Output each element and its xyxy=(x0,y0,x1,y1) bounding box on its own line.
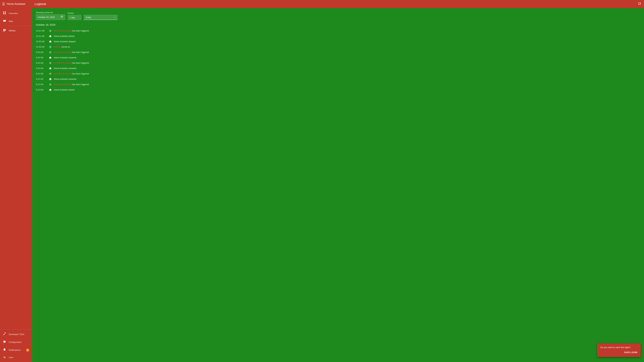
log-text: Home Assistant restarted xyxy=(54,67,76,69)
sidebar-item-history[interactable]: History xyxy=(0,27,32,34)
log-time: 9:24 AM xyxy=(36,72,47,75)
sidebar-divider xyxy=(0,26,32,26)
log-entries: 10:31 AM Set therm to startup has been t… xyxy=(36,28,640,92)
user-icon: U xyxy=(3,356,6,359)
log-link[interactable]: Set therm to startup xyxy=(54,83,72,86)
log-link[interactable]: Set therm to startup xyxy=(54,62,72,64)
log-text: Home Assistant started xyxy=(54,89,74,91)
home-assistant-icon xyxy=(48,34,52,38)
log-text: Home Assistant started xyxy=(54,35,74,37)
period-filter-group: Period 1 day xyxy=(68,12,81,20)
showing-entries-label: Showing entries for xyxy=(36,11,65,14)
filter-row: Showing entries for Period 1 day E xyxy=(36,11,640,20)
svg-rect-0 xyxy=(3,11,4,12)
menu-icon[interactable]: ☰ xyxy=(2,2,5,6)
home-assistant-icon xyxy=(48,88,52,92)
wrench-icon xyxy=(3,332,6,336)
log-entry-row: 9:23 AM Set therm to startup has been tr… xyxy=(36,82,640,87)
toast-actions: SAVE LOGIN xyxy=(600,351,637,354)
entity-placeholder: Entity xyxy=(86,16,91,18)
date-filter-group: Showing entries for xyxy=(36,11,65,20)
sidebar-header: ☰ Home Assistant xyxy=(0,0,32,8)
trigger-icon xyxy=(48,50,52,54)
map-icon xyxy=(3,19,6,23)
date-input[interactable] xyxy=(36,14,65,20)
content-area: Showing entries for Period 1 day E xyxy=(32,8,644,362)
entity-select[interactable]: Entity xyxy=(84,15,118,20)
save-login-button[interactable]: SAVE LOGIN xyxy=(624,351,637,354)
log-time: 10:30 AM xyxy=(36,40,47,43)
sidebar-item-label: Overview xyxy=(9,12,18,14)
home-assistant-icon xyxy=(48,66,52,70)
log-text: Set therm to startup has been triggered xyxy=(54,83,89,86)
log-entry-row: 9:24 AM Set therm to startup has been tr… xyxy=(36,71,640,76)
home-assistant-icon xyxy=(48,40,52,43)
log-link[interactable]: Set therm to startup xyxy=(54,51,72,53)
sidebar-item-label: History xyxy=(9,29,16,32)
period-label: Period xyxy=(68,12,81,14)
date-heading: October 19, 2019 xyxy=(36,23,640,26)
log-text: Home Assistant restarted xyxy=(54,78,76,80)
log-time: 10:31 AM xyxy=(36,35,47,37)
sidebar-item-configuration[interactable]: Configuration xyxy=(0,338,32,346)
topbar: Logbook xyxy=(32,0,644,8)
app-title: Home Assistant xyxy=(7,2,25,5)
log-link[interactable]: Set therm to startup xyxy=(54,30,72,32)
log-time: 9:26 AM xyxy=(36,62,47,64)
log-entry-row: 9:28 AM Home Assistant restarted xyxy=(36,55,640,60)
home-assistant-icon xyxy=(48,77,52,81)
sidebar-item-map[interactable]: Map xyxy=(0,17,32,25)
log-time: 9:28 AM xyxy=(36,56,47,59)
log-entry-row: 10:30 AM Home Assistant stopped xyxy=(36,39,640,44)
log-text: Set therm to startup has been triggered xyxy=(54,62,89,64)
log-time: 9:28 AM xyxy=(36,51,47,53)
log-entry-row: 10:28 AM Updater turned on xyxy=(36,44,640,50)
log-link[interactable]: Updater xyxy=(54,46,61,48)
calendar-icon[interactable] xyxy=(60,15,63,19)
log-entry-row: 9:24 AM Home Assistant restarted xyxy=(36,76,640,82)
main-area: Logbook Showing entries for xyxy=(32,0,644,362)
sidebar-item-user[interactable]: U User xyxy=(0,354,32,361)
log-text: Home Assistant restarted xyxy=(54,56,76,59)
sidebar: ☰ Home Assistant Overview xyxy=(0,0,32,362)
log-text: Home Assistant stopped xyxy=(54,40,76,43)
log-time: 9:23 AM xyxy=(36,83,47,86)
svg-rect-1 xyxy=(5,11,6,12)
svg-rect-2 xyxy=(3,13,4,14)
log-text: Updater turned on xyxy=(54,46,70,48)
refresh-icon[interactable] xyxy=(638,2,641,6)
bell-icon xyxy=(3,348,6,352)
page-title: Logbook xyxy=(34,2,46,6)
trigger-icon xyxy=(48,29,52,33)
sidebar-nav: Overview Map History xyxy=(0,8,32,329)
log-entry-row: 9:28 AM Set therm to startup has been tr… xyxy=(36,50,640,55)
trigger-icon xyxy=(48,61,52,65)
sidebar-item-notifications[interactable]: Notifications 1 xyxy=(0,346,32,354)
trigger-icon xyxy=(48,72,52,76)
log-text: Set therm to startup has been triggered xyxy=(54,72,89,75)
period-value: 1 day xyxy=(70,16,75,19)
toast-message: Do you want to save this login? xyxy=(600,346,637,349)
log-link[interactable]: Set therm to startup xyxy=(54,72,72,75)
log-time: 10:31 AM xyxy=(36,30,47,32)
sidebar-item-label: Configuration xyxy=(9,341,22,344)
save-login-toast: Do you want to save this login? SAVE LOG… xyxy=(597,344,641,357)
sidebar-item-overview[interactable]: Overview xyxy=(0,9,32,17)
svg-rect-8 xyxy=(3,31,5,31)
svg-rect-7 xyxy=(3,30,6,30)
sidebar-item-developer-tools[interactable]: Developer Tools xyxy=(0,330,32,338)
sidebar-divider-bottom xyxy=(0,330,32,330)
sidebar-item-label: User xyxy=(9,356,13,359)
sidebar-item-label: Notifications xyxy=(9,349,21,351)
log-text: Set therm to startup has been triggered xyxy=(54,30,89,32)
sidebar-item-label: Developer Tools xyxy=(9,333,24,336)
notifications-badge: 1 xyxy=(26,349,29,352)
log-time: 9:24 AM xyxy=(36,78,47,80)
sidebar-bottom: Developer Tools Configuration Notificati… xyxy=(0,329,32,362)
period-input[interactable]: 1 day xyxy=(68,15,81,20)
log-entry-row: 9:26 AM Home Assistant restarted xyxy=(36,66,640,71)
date-text-input[interactable] xyxy=(38,16,60,18)
trigger-icon xyxy=(48,83,52,86)
sidebar-item-label: Map xyxy=(9,20,13,22)
svg-rect-6 xyxy=(3,29,6,30)
